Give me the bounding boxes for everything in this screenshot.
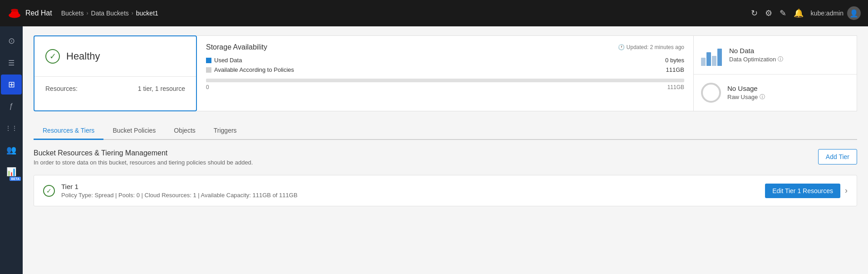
tier-info: Tier 1 Policy Type: Spread | Pools: 0 | …	[61, 183, 298, 199]
storage-header: Storage Availability 🕐 Updated: 2 minute…	[206, 43, 684, 51]
topnav: Red Hat Buckets › Data Buckets › bucket1…	[0, 0, 868, 26]
bell-icon[interactable]: 🔔	[794, 8, 804, 18]
topology-icon: ⋮⋮	[5, 125, 18, 132]
redhat-logo-icon	[7, 6, 22, 20]
used-label: Used Data	[214, 57, 242, 64]
refresh-icon[interactable]: ↻	[751, 8, 758, 18]
tab-bucket-policies[interactable]: Bucket Policies	[103, 122, 165, 140]
main-content: ✓ Healthy Resources: 1 tier, 1 resource …	[23, 26, 868, 274]
tab-objects[interactable]: Objects	[165, 122, 204, 140]
user-avatar: 👤	[847, 6, 861, 20]
storage-title: Storage Availability	[206, 43, 267, 51]
breadcrumb-sep-1: ›	[87, 10, 88, 16]
sidebar: ⊙ ☰ ⊞ ƒ ⋮⋮ 👥 📊 BETA	[0, 26, 23, 274]
resources-label: Resources:	[45, 85, 78, 92]
sidebar-item-storage[interactable]: ☰	[1, 53, 22, 73]
tier-row: ✓ Tier 1 Policy Type: Spread | Pools: 0 …	[34, 175, 857, 206]
analytics-icon: 📊	[6, 167, 16, 177]
clock-icon: 🕐	[618, 44, 625, 50]
breadcrumb: Buckets › Data Buckets › bucket1	[61, 10, 158, 17]
breadcrumb-databuckets[interactable]: Data Buckets	[91, 10, 129, 17]
available-value: 111GB	[666, 66, 684, 73]
tier-name: Tier 1	[61, 183, 298, 190]
section-desc: In order to store data on this bucket, r…	[34, 159, 253, 166]
user-menu[interactable]: kube:admin 👤	[811, 6, 861, 20]
bar2	[706, 52, 711, 66]
legend-used: Used Data 0 bytes	[206, 57, 684, 64]
raw-usage-circle-icon	[701, 83, 721, 103]
sidebar-item-functions[interactable]: ƒ	[1, 96, 22, 116]
username: kube:admin	[811, 10, 843, 17]
used-value: 0 bytes	[665, 57, 684, 64]
raw-usage-section: No Usage Raw Usage ⓘ	[694, 75, 857, 111]
buckets-icon: ⊞	[8, 80, 15, 90]
svg-point-1	[11, 9, 18, 11]
chevron-right-icon[interactable]: ›	[845, 186, 848, 195]
bar-chart-mini	[701, 48, 722, 66]
available-label: Available According to Policies	[214, 66, 294, 73]
home-icon: ⊙	[8, 36, 15, 46]
breadcrumb-bucket1: bucket1	[136, 10, 158, 17]
edit-icon[interactable]: ✎	[780, 8, 786, 18]
data-opt-info-icon[interactable]: ⓘ	[778, 55, 783, 63]
data-opt-text: No Data Data Optimization ⓘ	[729, 47, 783, 63]
sidebar-item-buckets[interactable]: ⊞	[1, 75, 22, 95]
raw-usage-subtitle: Raw Usage ⓘ	[727, 93, 765, 101]
topnav-actions: ↻ ⚙ ✎ 🔔 kube:admin 👤	[751, 6, 861, 20]
sidebar-item-topology[interactable]: ⋮⋮	[1, 118, 22, 138]
layout: ⊙ ☰ ⊞ ƒ ⋮⋮ 👥 📊 BETA ✓ Heal	[0, 26, 868, 274]
available-dot	[206, 67, 211, 73]
raw-usage-text: No Usage Raw Usage ⓘ	[727, 85, 765, 101]
used-dot	[206, 58, 211, 63]
storage-icon: ☰	[8, 59, 15, 67]
resources-value: 1 tier, 1 resource	[138, 85, 185, 92]
storage-bar-track	[206, 79, 684, 82]
functions-icon: ƒ	[10, 102, 14, 110]
add-tier-button[interactable]: Add Tier	[818, 149, 857, 164]
tab-triggers[interactable]: Triggers	[205, 122, 246, 140]
bar4	[717, 49, 722, 66]
storage-bar-labels: 0 111GB	[206, 84, 684, 90]
breadcrumb-sep-2: ›	[132, 10, 133, 16]
health-status-section: ✓ Healthy	[34, 36, 196, 77]
raw-usage-title: No Usage	[727, 85, 765, 92]
data-opt-icon	[701, 44, 723, 66]
section-title: Bucket Resources & Tiering Management	[34, 149, 253, 157]
beta-badge: BETA	[10, 177, 21, 181]
tabs-bar: Resources & Tiers Bucket Policies Object…	[34, 122, 857, 140]
tier-left: ✓ Tier 1 Policy Type: Spread | Pools: 0 …	[43, 183, 298, 199]
users-icon: 👥	[6, 145, 16, 155]
sidebar-item-users[interactable]: 👥	[1, 140, 22, 160]
data-optimization-section: No Data Data Optimization ⓘ	[694, 36, 857, 75]
storage-updated: 🕐 Updated: 2 minutes ago	[618, 44, 684, 50]
bar-max: 111GB	[667, 84, 684, 90]
section-info: Bucket Resources & Tiering Management In…	[34, 149, 253, 166]
tier-check-icon: ✓	[43, 185, 55, 197]
health-check-icon: ✓	[45, 49, 60, 64]
settings-icon[interactable]: ⚙	[765, 8, 772, 18]
sidebar-item-home[interactable]: ⊙	[1, 31, 22, 51]
sidebar-item-analytics[interactable]: 📊 BETA	[1, 162, 22, 182]
bar1	[701, 58, 706, 66]
breadcrumb-buckets[interactable]: Buckets	[61, 10, 84, 17]
health-resources-section: Resources: 1 tier, 1 resource	[34, 77, 196, 100]
tab-resources-tiers[interactable]: Resources & Tiers	[34, 122, 103, 140]
edit-tier-button[interactable]: Edit Tier 1 Resources	[765, 184, 840, 198]
data-opt-title: No Data	[729, 47, 783, 55]
brand: Red Hat	[7, 6, 52, 20]
tier-details: Policy Type: Spread | Pools: 0 | Cloud R…	[61, 192, 298, 199]
bar3	[712, 56, 716, 66]
health-card: ✓ Healthy Resources: 1 tier, 1 resource	[34, 35, 197, 111]
tier-right: Edit Tier 1 Resources ›	[765, 184, 848, 198]
storage-bar: 0 111GB	[206, 79, 684, 90]
summary-row: ✓ Healthy Resources: 1 tier, 1 resource …	[34, 35, 857, 111]
raw-usage-info-icon[interactable]: ⓘ	[760, 93, 765, 101]
brand-text: Red Hat	[25, 9, 52, 17]
bar-min: 0	[206, 84, 209, 90]
right-card: No Data Data Optimization ⓘ No Usage Raw…	[694, 35, 857, 111]
storage-legend: Used Data 0 bytes Available According to…	[206, 57, 684, 73]
storage-card: Storage Availability 🕐 Updated: 2 minute…	[197, 35, 694, 111]
legend-available: Available According to Policies 111GB	[206, 66, 684, 73]
health-label: Healthy	[66, 50, 100, 62]
section-header: Bucket Resources & Tiering Management In…	[34, 149, 857, 166]
